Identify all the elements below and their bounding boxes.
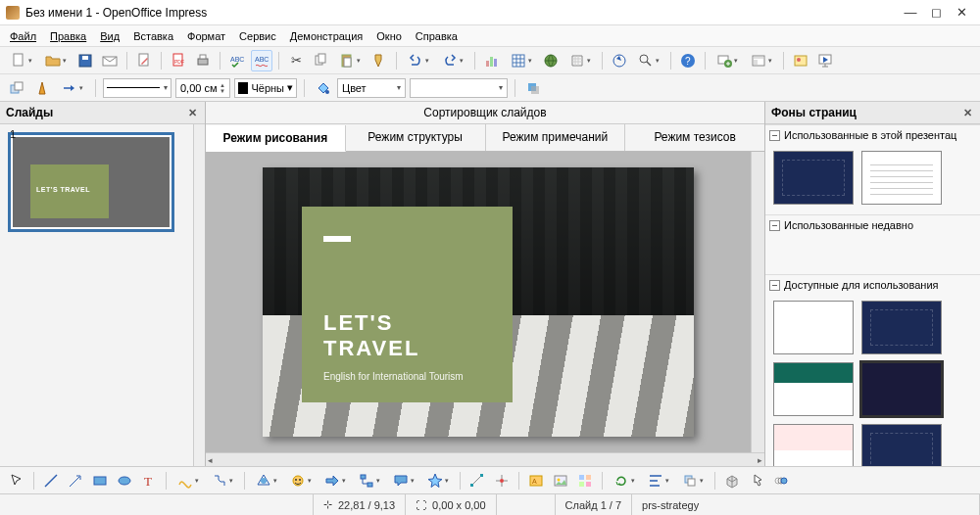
slides-panel-close[interactable]: ✕: [185, 106, 199, 119]
chart-button[interactable]: [481, 50, 503, 71]
menu-tools[interactable]: Сервис: [233, 28, 282, 44]
fontwork-gallery-tool[interactable]: A: [525, 470, 547, 492]
zoom-button[interactable]: ▾: [633, 50, 664, 71]
bg-section-available-header[interactable]: – Доступные для использования: [765, 274, 980, 295]
canvas-vscrollbar[interactable]: [751, 152, 764, 452]
bg-thumb-avail-6[interactable]: [861, 424, 942, 466]
gallery-tool[interactable]: [574, 470, 596, 492]
paste-button[interactable]: ▾: [334, 50, 366, 71]
svg-rect-12: [318, 54, 325, 63]
tab-drawing[interactable]: Режим рисования: [206, 125, 346, 152]
maximize-button[interactable]: ◻: [923, 3, 949, 23]
menu-format[interactable]: Формат: [181, 28, 231, 44]
redo-button[interactable]: ▾: [437, 50, 468, 71]
ellipse-tool[interactable]: [114, 470, 135, 492]
shadow-button[interactable]: [522, 77, 544, 99]
cut-button[interactable]: ✂: [285, 50, 307, 71]
menu-window[interactable]: Окно: [370, 28, 408, 44]
curve-tool[interactable]: ▾: [172, 470, 204, 492]
close-button[interactable]: ✕: [949, 3, 974, 23]
menu-file[interactable]: Файл: [4, 28, 42, 44]
bg-thumb-used-2[interactable]: [861, 151, 942, 205]
fill-bucket-icon[interactable]: [312, 77, 333, 99]
arrange-tool[interactable]: ▾: [677, 470, 709, 492]
bg-thumb-avail-5[interactable]: [773, 424, 854, 466]
extrusion-tool[interactable]: [721, 470, 743, 492]
flowchart-tool[interactable]: ▾: [354, 470, 385, 492]
save-button[interactable]: [74, 50, 96, 71]
tab-handout[interactable]: Режим тезисов: [625, 124, 764, 151]
print-button[interactable]: [192, 50, 214, 71]
stars-tool[interactable]: ▾: [422, 470, 454, 492]
slide-headline: LET'S TRAVEL: [323, 310, 491, 361]
arrange-button[interactable]: [6, 77, 27, 99]
glue-points-tool[interactable]: [491, 470, 513, 492]
format-paintbrush-button[interactable]: [368, 50, 390, 71]
bg-section-used-header[interactable]: – Использованные в этой презентац: [765, 124, 980, 145]
menu-insert[interactable]: Вставка: [127, 28, 179, 44]
connector-tool[interactable]: ▾: [207, 470, 238, 492]
undo-button[interactable]: ▾: [403, 50, 434, 71]
edit-file-button[interactable]: [133, 50, 155, 71]
spellcheck-button[interactable]: ABC: [226, 50, 248, 71]
new-doc-button[interactable]: ▾: [6, 50, 37, 71]
task-pane-close[interactable]: ✕: [960, 106, 974, 119]
arrow-style-button[interactable]: ▾: [57, 77, 88, 99]
open-button[interactable]: ▾: [40, 50, 72, 71]
menu-view[interactable]: Вид: [94, 28, 125, 44]
fill-type-select[interactable]: Цвет▾: [337, 78, 406, 98]
basic-shapes-tool[interactable]: ▾: [251, 470, 282, 492]
export-pdf-button[interactable]: PDF: [168, 50, 189, 71]
canvas-hscrollbar[interactable]: ◂▸: [206, 452, 764, 466]
tab-outline[interactable]: Режим структуры: [346, 124, 486, 151]
bg-thumb-avail-1[interactable]: [773, 301, 854, 354]
minimize-button[interactable]: —: [898, 3, 923, 23]
slide-thumbnail-1[interactable]: LET'S TRAVEL: [8, 132, 174, 232]
menu-presentation[interactable]: Демонстрация: [284, 28, 369, 44]
status-slide-counter[interactable]: Слайд 1 / 7: [556, 494, 633, 515]
slide-design-button[interactable]: [790, 50, 811, 71]
table-button[interactable]: ▾: [506, 50, 537, 71]
line-color-select[interactable]: Чёрны▾: [234, 78, 297, 98]
slide-canvas[interactable]: LET'S TRAVEL English for International T…: [206, 152, 751, 452]
auto-spellcheck-button[interactable]: ABC: [251, 50, 272, 71]
menu-help[interactable]: Справка: [410, 28, 464, 44]
bg-thumb-avail-4[interactable]: [861, 362, 942, 416]
symbol-shapes-tool[interactable]: ▾: [285, 470, 317, 492]
from-file-tool[interactable]: [550, 470, 571, 492]
animation-tool[interactable]: [770, 470, 792, 492]
callouts-tool[interactable]: ▾: [388, 470, 419, 492]
line-style-select[interactable]: ▾: [103, 78, 172, 98]
slides-panel-scrollbar[interactable]: [193, 124, 205, 466]
bg-thumb-used-1[interactable]: [773, 151, 854, 205]
rotate-tool[interactable]: ▾: [609, 470, 640, 492]
align-tool[interactable]: ▾: [643, 470, 674, 492]
insert-slide-button[interactable]: ▾: [711, 50, 743, 71]
select-tool[interactable]: [6, 470, 27, 492]
email-button[interactable]: [99, 50, 121, 71]
arrow-tool[interactable]: [65, 470, 86, 492]
slide-1[interactable]: LET'S TRAVEL English for International T…: [263, 167, 694, 437]
help-button[interactable]: ?: [677, 50, 699, 71]
bg-thumb-avail-2[interactable]: [861, 301, 942, 354]
text-tool[interactable]: T: [138, 470, 160, 492]
tab-notes[interactable]: Режим примечаний: [486, 124, 626, 151]
grid-display-button[interactable]: ▾: [564, 50, 596, 71]
interaction-tool[interactable]: [746, 470, 767, 492]
points-edit-tool[interactable]: [466, 470, 488, 492]
bg-section-recent-header[interactable]: – Использованные недавно: [765, 214, 980, 235]
navigator-button[interactable]: [609, 50, 630, 71]
menu-edit[interactable]: Правка: [44, 28, 92, 44]
slide-layout-button[interactable]: ▾: [746, 50, 777, 71]
rectangle-tool[interactable]: [89, 470, 111, 492]
line-tool[interactable]: [40, 470, 62, 492]
fill-color-select[interactable]: ▾: [410, 78, 508, 98]
copy-button[interactable]: [310, 50, 331, 71]
line-width-field[interactable]: 0,00 см▲▼: [175, 78, 230, 98]
fontwork-button[interactable]: [31, 77, 53, 99]
block-arrows-tool[interactable]: ▾: [319, 470, 351, 492]
slide-text-block[interactable]: LET'S TRAVEL English for International T…: [302, 207, 513, 402]
slideshow-button[interactable]: [814, 50, 836, 71]
hyperlink-button[interactable]: [540, 50, 562, 71]
bg-thumb-avail-3[interactable]: [773, 362, 854, 416]
